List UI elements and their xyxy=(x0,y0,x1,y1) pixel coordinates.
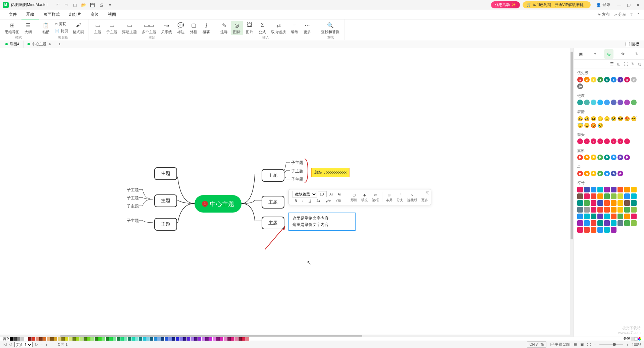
color-swatch[interactable] xyxy=(131,337,135,341)
color-swatch[interactable] xyxy=(47,337,50,341)
zoom-thumb[interactable] xyxy=(613,343,616,346)
arrow-icon[interactable]: ↑ xyxy=(611,138,616,144)
color-swatch[interactable] xyxy=(58,337,61,341)
redo-button[interactable]: ↷ xyxy=(63,2,69,8)
color-swatch[interactable] xyxy=(172,337,175,341)
symbol-icon[interactable] xyxy=(584,207,590,213)
color-swatch[interactable] xyxy=(113,337,116,341)
color-swatch[interactable] xyxy=(13,337,17,341)
symbol-icon[interactable] xyxy=(591,200,596,206)
hyperlink-button[interactable]: ⇄双向链接 xyxy=(269,21,288,35)
symbol-icon[interactable] xyxy=(584,187,590,192)
panel-checkbox[interactable] xyxy=(626,42,630,46)
flag-icon[interactable]: ⚑ xyxy=(624,155,630,160)
login-button[interactable]: 👤 登录 xyxy=(593,1,613,8)
symbol-icon[interactable] xyxy=(591,193,596,199)
symbol-icon[interactable] xyxy=(611,187,616,192)
color-swatch[interactable] xyxy=(17,337,20,341)
font-color-button[interactable]: A▾ xyxy=(315,198,322,204)
italic-button[interactable]: I xyxy=(301,198,305,204)
page-nav-next[interactable]: ▷ xyxy=(35,342,38,347)
symbol-icon[interactable] xyxy=(624,214,630,219)
summary-button[interactable]: }概要 xyxy=(200,21,212,35)
color-swatch[interactable] xyxy=(32,337,35,341)
color-swatch[interactable] xyxy=(95,337,98,341)
subtopic-button[interactable]: ▭子主题 xyxy=(104,21,119,35)
color-swatch[interactable] xyxy=(176,337,179,341)
color-swatch[interactable] xyxy=(231,337,234,341)
flag-icon[interactable]: ⚑ xyxy=(611,155,616,160)
central-topic[interactable]: 1 中心主题 xyxy=(195,195,241,213)
arrow-icon[interactable]: ↑ xyxy=(591,138,596,144)
symbol-icon[interactable] xyxy=(597,200,603,206)
symbol-icon[interactable] xyxy=(611,220,616,226)
color-swatch[interactable] xyxy=(224,337,227,341)
color-swatch[interactable] xyxy=(220,337,223,341)
priority-icon-5[interactable]: 5 xyxy=(604,77,610,82)
rp-tab-clipart[interactable]: ✿ xyxy=(618,49,628,59)
menu-file[interactable]: 文件 xyxy=(4,10,21,19)
priority-icon-8[interactable]: 8 xyxy=(624,77,630,82)
symbol-icon[interactable] xyxy=(577,207,583,213)
color-swatch[interactable] xyxy=(139,337,142,341)
symbol-icon[interactable] xyxy=(631,220,637,226)
color-swatch[interactable] xyxy=(72,337,76,341)
subtopic-l-3a[interactable]: 子主题 xyxy=(127,218,139,224)
paste-button[interactable]: 📋粘贴 xyxy=(40,21,52,35)
priority-icon-10[interactable]: 10 xyxy=(577,83,583,89)
color-swatch[interactable] xyxy=(54,337,57,341)
symbol-icon[interactable] xyxy=(624,187,630,192)
color-swatch[interactable] xyxy=(235,337,238,341)
find-replace-button[interactable]: 🔍查找和替换 xyxy=(319,21,341,35)
priority-icon-7[interactable]: 7 xyxy=(618,77,623,82)
color-swatch[interactable] xyxy=(135,337,139,341)
color-swatch[interactable] xyxy=(227,337,231,341)
zoom-slider[interactable] xyxy=(599,344,623,345)
star-icon[interactable]: ★ xyxy=(611,171,616,176)
page-select[interactable]: 页面-1 xyxy=(14,342,33,347)
qat-dropdown[interactable]: ▾ xyxy=(107,2,113,8)
symbol-icon[interactable] xyxy=(591,207,596,213)
color-swatch[interactable] xyxy=(102,337,105,341)
branch-button[interactable]: ⤴分支 xyxy=(395,191,405,203)
menu-start[interactable]: 开始 xyxy=(21,10,39,19)
color-swatch[interactable] xyxy=(150,337,153,341)
callout-button[interactable]: 💬标注 xyxy=(175,21,187,35)
rp-expand[interactable]: ⛶ xyxy=(624,62,628,66)
symbol-icon[interactable] xyxy=(604,220,610,226)
rp-target[interactable]: ◎ xyxy=(638,62,641,66)
flag-icon[interactable]: ⚑ xyxy=(577,155,583,160)
emoji-icon[interactable]: 😢 xyxy=(611,116,616,121)
arrow-icon[interactable]: ↑ xyxy=(597,138,603,144)
star-icon[interactable]: ★ xyxy=(604,171,610,176)
pin-icon[interactable]: ⇱ xyxy=(426,191,429,195)
progress-icon[interactable] xyxy=(584,100,590,105)
emoji-icon[interactable]: 😀 xyxy=(577,116,583,121)
symbol-icon[interactable] xyxy=(577,214,583,219)
promo-badge-trial[interactable]: 🛒 试用已到期，开通VIP解锁限制。 xyxy=(523,1,591,8)
color-swatch[interactable] xyxy=(84,337,87,341)
minimize-button[interactable]: — xyxy=(616,2,623,8)
rp-tab-ai[interactable]: ✦ xyxy=(590,49,600,59)
color-swatch[interactable] xyxy=(168,337,172,341)
arrow-icon[interactable]: ↑ xyxy=(624,138,630,144)
rp-refresh[interactable]: ↻ xyxy=(631,62,635,66)
color-swatch[interactable] xyxy=(69,337,72,341)
symbol-icon[interactable] xyxy=(631,200,637,206)
summary-note[interactable]: 总结：xxxxxxxxxx xyxy=(311,168,350,177)
priority-icon-6[interactable]: 6 xyxy=(611,77,616,82)
subtopic-r-1b[interactable]: 子主题 xyxy=(291,168,303,174)
symbol-icon[interactable] xyxy=(604,227,610,233)
symbol-icon[interactable] xyxy=(611,227,616,233)
view-mode-2[interactable]: ▣ xyxy=(580,342,584,347)
color-swatch[interactable] xyxy=(161,337,164,341)
symbol-icon[interactable] xyxy=(597,214,603,219)
connector-button[interactable]: ∿连接线 xyxy=(406,191,419,203)
emoji-icon[interactable]: 😐 xyxy=(591,116,596,121)
symbol-icon[interactable] xyxy=(618,207,623,213)
flag-icon[interactable]: ⚑ xyxy=(597,155,603,160)
color-swatch[interactable] xyxy=(39,337,43,341)
underline-button[interactable]: U xyxy=(307,198,313,204)
progress-icon[interactable] xyxy=(631,100,637,105)
color-swatch[interactable] xyxy=(65,337,68,341)
